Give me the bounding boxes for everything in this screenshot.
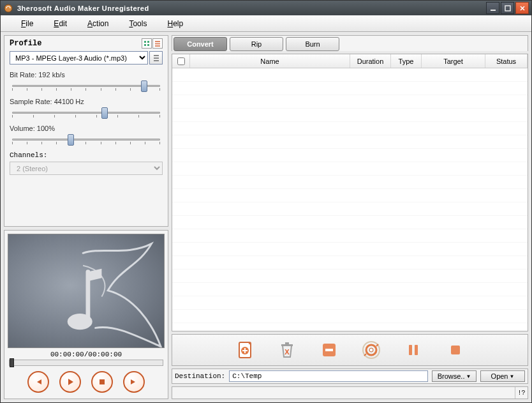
svg-rect-21 (325, 349, 333, 351)
svg-rect-14 (100, 379, 105, 384)
bitrate-thumb[interactable] (141, 80, 147, 92)
col-type[interactable]: Type (391, 54, 422, 68)
volume-slider[interactable] (10, 135, 163, 145)
preview-image (8, 234, 165, 348)
svg-rect-2 (505, 6, 510, 11)
svg-rect-26 (415, 345, 418, 355)
add-file-button[interactable] (233, 338, 256, 361)
svg-rect-3 (144, 41, 146, 43)
svg-rect-7 (155, 41, 160, 42)
stop-action-button[interactable] (444, 338, 467, 361)
profile-settings-button[interactable] (149, 51, 163, 65)
svg-point-24 (369, 348, 373, 352)
tab-bar: Convert Rip Burn (172, 35, 528, 51)
select-all-checkbox[interactable] (177, 57, 185, 65)
channels-select[interactable]: 2 (Stereo) (10, 162, 163, 175)
svg-rect-10 (154, 55, 159, 56)
browse-button[interactable]: Browse..▼ (432, 370, 477, 382)
menu-edit[interactable]: Edit (51, 17, 85, 31)
play-button[interactable] (59, 371, 81, 393)
bitrate-label: Bit Rate: 192 kb/s (10, 71, 163, 79)
svg-rect-11 (154, 57, 159, 59)
svg-rect-1 (491, 10, 496, 11)
svg-rect-27 (451, 346, 460, 354)
svg-rect-4 (147, 41, 149, 43)
convert-button[interactable] (360, 338, 383, 361)
svg-text:X: X (284, 348, 290, 356)
remove-button[interactable] (318, 338, 341, 361)
preview-panel: 00:00:00/00:00:00 (4, 230, 168, 399)
tab-burn[interactable]: Burn (286, 37, 339, 51)
menu-action[interactable]: Action (85, 17, 126, 31)
next-button[interactable] (123, 371, 145, 393)
seek-thumb[interactable] (10, 358, 14, 367)
channels-label: Channels: (10, 151, 163, 159)
svg-rect-18 (285, 342, 289, 344)
profile-header: Profile (10, 39, 141, 48)
minimize-button[interactable] (486, 2, 499, 14)
svg-point-13 (68, 314, 92, 330)
destination-input[interactable] (229, 370, 428, 382)
workspace: Profile MP3 - MPEG Layer-3 Audio (*.mp3)… (1, 32, 531, 402)
app-icon (3, 3, 13, 13)
maximize-button[interactable] (501, 2, 514, 14)
svg-point-0 (4, 4, 12, 12)
status-bar: !? (172, 386, 528, 399)
svg-rect-8 (155, 43, 160, 45)
svg-rect-17 (281, 344, 293, 346)
file-list-body[interactable] (172, 68, 528, 331)
col-name[interactable]: Name (190, 54, 350, 68)
col-target[interactable]: Target (422, 54, 485, 68)
tab-convert[interactable]: Convert (174, 37, 227, 51)
clear-list-button[interactable]: X (276, 338, 299, 361)
menu-tools[interactable]: Tools (126, 17, 165, 31)
pause-button[interactable] (402, 338, 425, 361)
col-status[interactable]: Status (485, 54, 528, 68)
destination-row: Destination: Browse..▼ Open▼ (172, 369, 528, 384)
seek-slider[interactable] (9, 360, 163, 366)
file-list: Name Duration Type Target Status (172, 54, 528, 331)
col-duration[interactable]: Duration (350, 54, 391, 68)
menu-file[interactable]: File (18, 17, 51, 31)
hint-button[interactable]: !? (515, 387, 528, 399)
samplerate-slider[interactable] (10, 108, 163, 118)
time-readout: 00:00:00/00:00:00 (8, 351, 165, 358)
samplerate-thumb[interactable] (101, 107, 108, 119)
close-button[interactable] (515, 2, 529, 14)
volume-label: Volume: 100% (10, 125, 163, 132)
profile-format-select[interactable]: MP3 - MPEG Layer-3 Audio (*.mp3) (10, 51, 148, 65)
svg-rect-6 (147, 44, 149, 46)
window-title: 3herosoft Audio Maker Unregistered (17, 4, 486, 12)
destination-label: Destination: (175, 372, 225, 380)
profile-panel: Profile MP3 - MPEG Layer-3 Audio (*.mp3)… (4, 35, 168, 227)
svg-rect-5 (144, 44, 146, 46)
profile-view1-button[interactable] (142, 38, 152, 49)
tab-rip[interactable]: Rip (230, 37, 283, 51)
title-bar: 3herosoft Audio Maker Unregistered (1, 1, 531, 15)
svg-rect-12 (154, 60, 159, 61)
prev-button[interactable] (27, 371, 49, 393)
action-toolbar: X (172, 334, 528, 366)
svg-rect-9 (155, 45, 160, 47)
samplerate-label: Sample Rate: 44100 Hz (10, 98, 163, 105)
profile-view2-button[interactable] (152, 38, 163, 49)
menu-bar: File Edit Action Tools Help (1, 15, 531, 32)
col-check[interactable] (172, 54, 190, 68)
stop-button[interactable] (91, 371, 113, 393)
bitrate-slider[interactable] (10, 81, 163, 91)
svg-rect-25 (409, 345, 412, 355)
volume-thumb[interactable] (68, 134, 74, 146)
open-button[interactable]: Open▼ (480, 370, 525, 382)
menu-help[interactable]: Help (165, 17, 201, 31)
